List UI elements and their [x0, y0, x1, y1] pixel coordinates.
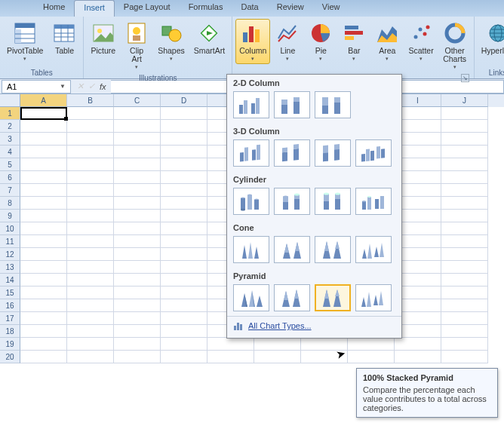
row-header-6[interactable]: 6 — [0, 171, 20, 184]
cell[interactable] — [20, 299, 67, 312]
cell[interactable] — [20, 197, 67, 210]
row-header-1[interactable]: 1 — [0, 107, 20, 120]
cell[interactable] — [161, 120, 207, 133]
cell[interactable] — [67, 210, 114, 222]
cell[interactable] — [114, 274, 161, 287]
cell[interactable] — [20, 184, 67, 197]
cell[interactable] — [20, 146, 67, 158]
pivottable-button[interactable]: PivotTable ▾ — [3, 19, 47, 64]
cell[interactable] — [207, 338, 254, 351]
clipart-button[interactable]: ClipArt ▾ — [121, 19, 152, 72]
column-chart-button[interactable]: Column ▾ — [235, 19, 270, 64]
row-header-10[interactable]: 10 — [0, 222, 20, 235]
cell[interactable] — [441, 351, 488, 363]
row-header-17[interactable]: 17 — [0, 312, 20, 325]
cell[interactable] — [161, 274, 207, 287]
smartart-button[interactable]: SmartArt — [190, 19, 229, 57]
cell[interactable] — [20, 107, 67, 120]
cell[interactable] — [161, 351, 207, 363]
chart-3d-column[interactable] — [355, 139, 392, 167]
cell[interactable] — [395, 338, 441, 351]
cell[interactable] — [161, 197, 207, 210]
chart-clustered-column[interactable] — [233, 91, 269, 118]
tab-page-layout[interactable]: Page Layout — [115, 0, 180, 17]
cell[interactable] — [441, 325, 488, 338]
chart-3d-cone[interactable] — [355, 236, 392, 263]
cell[interactable] — [441, 107, 488, 120]
row-header-9[interactable]: 9 — [0, 210, 20, 222]
row-header-4[interactable]: 4 — [0, 146, 20, 158]
cell[interactable] — [441, 210, 488, 222]
cell[interactable] — [20, 171, 67, 184]
cell[interactable] — [441, 133, 488, 146]
cell[interactable] — [67, 171, 114, 184]
cell[interactable] — [441, 222, 488, 235]
cell[interactable] — [67, 107, 114, 120]
cell[interactable] — [67, 261, 114, 274]
cell[interactable] — [20, 338, 67, 351]
row-header-3[interactable]: 3 — [0, 133, 20, 146]
cell[interactable] — [114, 287, 161, 299]
col-header-c[interactable]: C — [114, 94, 161, 107]
cell[interactable] — [67, 158, 114, 171]
cell[interactable] — [161, 210, 207, 222]
cell[interactable] — [161, 248, 207, 261]
hyperlink-button[interactable]: Hyperlink — [478, 19, 504, 57]
col-header-j[interactable]: J — [441, 94, 488, 107]
cell[interactable] — [441, 312, 488, 325]
cell[interactable] — [161, 299, 207, 312]
row-header-15[interactable]: 15 — [0, 287, 20, 299]
cell[interactable] — [114, 248, 161, 261]
cell[interactable] — [67, 222, 114, 235]
cell[interactable] — [441, 146, 488, 158]
cell[interactable] — [67, 133, 114, 146]
cell[interactable] — [161, 287, 207, 299]
cell[interactable] — [161, 107, 207, 120]
name-box[interactable]: A1 ▼ — [2, 80, 71, 93]
chart-3d-cylinder[interactable] — [355, 188, 392, 215]
cell[interactable] — [114, 120, 161, 133]
cell[interactable] — [441, 235, 488, 248]
cell[interactable] — [441, 197, 488, 210]
row-header-14[interactable]: 14 — [0, 274, 20, 287]
cell[interactable] — [441, 184, 488, 197]
row-header-5[interactable]: 5 — [0, 158, 20, 171]
chart-clustered-cone[interactable] — [233, 236, 269, 263]
cell[interactable] — [161, 171, 207, 184]
pie-chart-button[interactable]: Pie ▾ — [305, 19, 337, 64]
cell[interactable] — [161, 222, 207, 235]
cell[interactable] — [67, 120, 114, 133]
cell[interactable] — [114, 133, 161, 146]
cell[interactable] — [20, 274, 67, 287]
cell[interactable] — [441, 261, 488, 274]
cell[interactable] — [20, 312, 67, 325]
cell[interactable] — [67, 248, 114, 261]
cell[interactable] — [114, 312, 161, 325]
cell[interactable] — [67, 287, 114, 299]
shapes-button[interactable]: Shapes ▾ — [154, 19, 189, 64]
cell[interactable] — [254, 338, 301, 351]
cell[interactable] — [207, 351, 254, 363]
cell[interactable] — [114, 325, 161, 338]
cell[interactable] — [114, 197, 161, 210]
cell[interactable] — [20, 120, 67, 133]
charts-launcher[interactable]: ↘ — [461, 74, 469, 82]
cell[interactable] — [161, 338, 207, 351]
cell[interactable] — [67, 338, 114, 351]
cell[interactable] — [67, 197, 114, 210]
all-chart-types-link[interactable]: All Chart Types... — [248, 321, 312, 330]
area-chart-button[interactable]: Area ▾ — [371, 19, 403, 64]
tab-review[interactable]: Review — [268, 0, 313, 17]
cell[interactable] — [114, 158, 161, 171]
row-header-12[interactable]: 12 — [0, 248, 20, 261]
cell[interactable] — [20, 287, 67, 299]
cell[interactable] — [67, 274, 114, 287]
cell[interactable] — [114, 210, 161, 222]
chart-100-stacked-pyramid[interactable] — [315, 284, 351, 311]
tab-data[interactable]: Data — [232, 0, 267, 17]
scatter-chart-button[interactable]: Scatter ▾ — [404, 19, 437, 64]
cell[interactable] — [67, 312, 114, 325]
col-header-a[interactable]: A — [20, 94, 67, 107]
cell[interactable] — [114, 184, 161, 197]
cell[interactable] — [20, 325, 67, 338]
